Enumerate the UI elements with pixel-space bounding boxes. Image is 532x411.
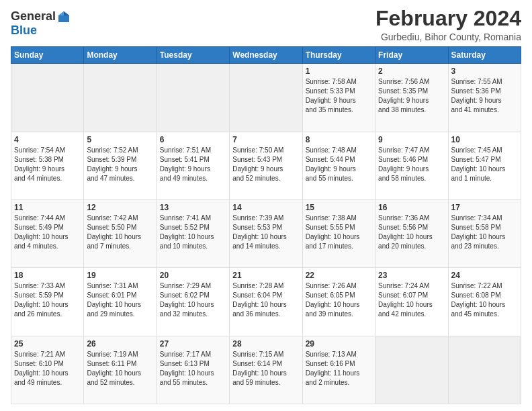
day-info: Sunrise: 7:48 AM Sunset: 5:44 PM Dayligh… xyxy=(306,146,372,183)
day-number: 8 xyxy=(306,135,372,144)
day-info: Sunrise: 7:36 AM Sunset: 5:56 PM Dayligh… xyxy=(378,214,445,251)
day-number: 5 xyxy=(87,135,153,144)
day-info: Sunrise: 7:39 AM Sunset: 5:53 PM Dayligh… xyxy=(232,214,299,251)
day-header-wednesday: Wednesday xyxy=(230,47,302,64)
day-info: Sunrise: 7:33 AM Sunset: 5:59 PM Dayligh… xyxy=(14,281,81,319)
calendar-cell: 16Sunrise: 7:36 AM Sunset: 5:56 PM Dayli… xyxy=(375,199,448,267)
calendar-header-row: SundayMondayTuesdayWednesdayThursdayFrid… xyxy=(11,47,521,64)
day-header-tuesday: Tuesday xyxy=(157,47,229,64)
logo-blue: Blue xyxy=(11,24,37,37)
day-info: Sunrise: 7:15 AM Sunset: 6:14 PM Dayligh… xyxy=(232,350,299,387)
day-number: 10 xyxy=(451,135,518,144)
day-number: 19 xyxy=(87,271,153,280)
calendar-cell: 20Sunrise: 7:29 AM Sunset: 6:02 PM Dayli… xyxy=(157,268,229,336)
day-info: Sunrise: 7:58 AM Sunset: 5:33 PM Dayligh… xyxy=(306,77,372,115)
calendar-cell: 9Sunrise: 7:47 AM Sunset: 5:46 PM Daylig… xyxy=(375,132,448,199)
calendar-cell: 1Sunrise: 7:58 AM Sunset: 5:33 PM Daylig… xyxy=(302,64,375,132)
calendar-cell: 27Sunrise: 7:17 AM Sunset: 6:13 PM Dayli… xyxy=(157,336,229,404)
day-info: Sunrise: 7:51 AM Sunset: 5:41 PM Dayligh… xyxy=(160,146,226,183)
calendar-cell: 10Sunrise: 7:45 AM Sunset: 5:47 PM Dayli… xyxy=(448,132,521,199)
calendar-cell xyxy=(230,64,302,132)
calendar-cell: 7Sunrise: 7:50 AM Sunset: 5:43 PM Daylig… xyxy=(230,132,302,199)
day-info: Sunrise: 7:45 AM Sunset: 5:47 PM Dayligh… xyxy=(451,146,518,183)
logo-general: General xyxy=(11,9,56,24)
calendar-cell: 13Sunrise: 7:41 AM Sunset: 5:52 PM Dayli… xyxy=(157,199,229,267)
day-number: 14 xyxy=(232,203,299,212)
calendar-cell: 8Sunrise: 7:48 AM Sunset: 5:44 PM Daylig… xyxy=(302,132,375,199)
day-number: 12 xyxy=(87,203,153,212)
calendar-cell: 18Sunrise: 7:33 AM Sunset: 5:59 PM Dayli… xyxy=(11,268,84,336)
main-title: February 2024 xyxy=(375,7,521,30)
day-info: Sunrise: 7:21 AM Sunset: 6:10 PM Dayligh… xyxy=(14,350,81,387)
day-number: 3 xyxy=(451,66,518,76)
day-number: 17 xyxy=(451,203,518,212)
day-info: Sunrise: 7:13 AM Sunset: 6:16 PM Dayligh… xyxy=(306,350,372,387)
day-info: Sunrise: 7:55 AM Sunset: 5:36 PM Dayligh… xyxy=(451,77,518,115)
calendar-cell: 24Sunrise: 7:22 AM Sunset: 6:08 PM Dayli… xyxy=(448,268,521,336)
day-info: Sunrise: 7:19 AM Sunset: 6:11 PM Dayligh… xyxy=(87,350,153,387)
day-number: 26 xyxy=(87,339,153,349)
day-header-saturday: Saturday xyxy=(448,47,521,64)
day-number: 16 xyxy=(378,203,445,212)
day-info: Sunrise: 7:41 AM Sunset: 5:52 PM Dayligh… xyxy=(160,214,226,251)
calendar-week-row: 11Sunrise: 7:44 AM Sunset: 5:49 PM Dayli… xyxy=(11,199,521,267)
day-number: 18 xyxy=(14,271,81,280)
subtitle: Gurbediu, Bihor County, Romania xyxy=(375,32,521,42)
day-number: 21 xyxy=(232,271,299,280)
day-info: Sunrise: 7:56 AM Sunset: 5:35 PM Dayligh… xyxy=(378,77,445,115)
calendar-cell xyxy=(448,336,521,404)
day-number: 29 xyxy=(306,339,372,349)
day-info: Sunrise: 7:52 AM Sunset: 5:39 PM Dayligh… xyxy=(87,146,153,183)
calendar-cell: 4Sunrise: 7:54 AM Sunset: 5:38 PM Daylig… xyxy=(11,132,84,199)
calendar-cell: 26Sunrise: 7:19 AM Sunset: 6:11 PM Dayli… xyxy=(84,336,157,404)
calendar-cell xyxy=(375,336,448,404)
calendar-table: SundayMondayTuesdayWednesdayThursdayFrid… xyxy=(11,46,521,404)
day-number: 20 xyxy=(160,271,226,280)
day-number: 11 xyxy=(14,203,81,212)
day-number: 24 xyxy=(451,271,518,280)
calendar-cell: 15Sunrise: 7:38 AM Sunset: 5:55 PM Dayli… xyxy=(302,199,375,267)
day-info: Sunrise: 7:22 AM Sunset: 6:08 PM Dayligh… xyxy=(451,281,518,319)
day-info: Sunrise: 7:34 AM Sunset: 5:58 PM Dayligh… xyxy=(451,214,518,251)
calendar-cell: 17Sunrise: 7:34 AM Sunset: 5:58 PM Dayli… xyxy=(448,199,521,267)
day-header-friday: Friday xyxy=(375,47,448,64)
calendar-cell: 3Sunrise: 7:55 AM Sunset: 5:36 PM Daylig… xyxy=(448,64,521,132)
calendar-cell: 12Sunrise: 7:42 AM Sunset: 5:50 PM Dayli… xyxy=(84,199,157,267)
calendar-cell xyxy=(84,64,157,132)
logo: General Blue xyxy=(11,9,71,38)
title-block: February 2024 Gurbediu, Bihor County, Ro… xyxy=(375,7,521,42)
calendar-cell: 28Sunrise: 7:15 AM Sunset: 6:14 PM Dayli… xyxy=(230,336,302,404)
day-number: 6 xyxy=(160,135,226,144)
day-info: Sunrise: 7:29 AM Sunset: 6:02 PM Dayligh… xyxy=(160,281,226,319)
day-number: 27 xyxy=(160,339,226,349)
day-header-monday: Monday xyxy=(84,47,157,64)
day-info: Sunrise: 7:28 AM Sunset: 6:04 PM Dayligh… xyxy=(232,281,299,319)
day-number: 2 xyxy=(378,66,445,76)
day-info: Sunrise: 7:50 AM Sunset: 5:43 PM Dayligh… xyxy=(232,146,299,183)
calendar-cell: 5Sunrise: 7:52 AM Sunset: 5:39 PM Daylig… xyxy=(84,132,157,199)
calendar-cell: 29Sunrise: 7:13 AM Sunset: 6:16 PM Dayli… xyxy=(302,336,375,404)
calendar-cell xyxy=(11,64,84,132)
day-number: 15 xyxy=(306,203,372,212)
calendar-cell: 25Sunrise: 7:21 AM Sunset: 6:10 PM Dayli… xyxy=(11,336,84,404)
calendar-cell: 19Sunrise: 7:31 AM Sunset: 6:01 PM Dayli… xyxy=(84,268,157,336)
day-info: Sunrise: 7:44 AM Sunset: 5:49 PM Dayligh… xyxy=(14,214,81,251)
calendar-week-row: 18Sunrise: 7:33 AM Sunset: 5:59 PM Dayli… xyxy=(11,268,521,336)
calendar-week-row: 25Sunrise: 7:21 AM Sunset: 6:10 PM Dayli… xyxy=(11,336,521,404)
calendar-cell: 2Sunrise: 7:56 AM Sunset: 5:35 PM Daylig… xyxy=(375,64,448,132)
day-info: Sunrise: 7:38 AM Sunset: 5:55 PM Dayligh… xyxy=(306,214,372,251)
day-info: Sunrise: 7:31 AM Sunset: 6:01 PM Dayligh… xyxy=(87,281,153,319)
day-number: 13 xyxy=(160,203,226,212)
day-number: 1 xyxy=(306,66,372,76)
day-number: 9 xyxy=(378,135,445,144)
day-info: Sunrise: 7:42 AM Sunset: 5:50 PM Dayligh… xyxy=(87,214,153,251)
day-number: 28 xyxy=(232,339,299,349)
day-info: Sunrise: 7:17 AM Sunset: 6:13 PM Dayligh… xyxy=(160,350,226,387)
page: General Blue February 2024 Gurbediu, Bih… xyxy=(0,0,532,411)
day-info: Sunrise: 7:54 AM Sunset: 5:38 PM Dayligh… xyxy=(14,146,81,183)
day-info: Sunrise: 7:24 AM Sunset: 6:07 PM Dayligh… xyxy=(378,281,445,319)
calendar-cell: 22Sunrise: 7:26 AM Sunset: 6:05 PM Dayli… xyxy=(302,268,375,336)
svg-marker-1 xyxy=(64,11,69,15)
calendar-cell: 6Sunrise: 7:51 AM Sunset: 5:41 PM Daylig… xyxy=(157,132,229,199)
day-header-sunday: Sunday xyxy=(11,47,84,64)
